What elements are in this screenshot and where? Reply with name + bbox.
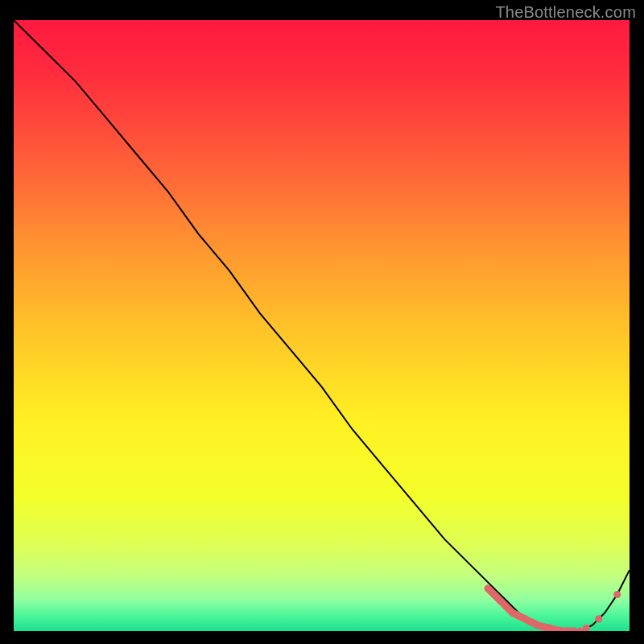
- svg-point-9: [534, 621, 541, 629]
- svg-point-4: [503, 603, 510, 610]
- svg-point-8: [527, 618, 535, 625]
- plot-area: [14, 20, 630, 631]
- chart-lines: [14, 20, 630, 631]
- attribution-label: TheBottleneck.com: [495, 3, 636, 22]
- chart-frame: TheBottleneck.com: [0, 0, 644, 644]
- sweet-spot-markers: [485, 584, 621, 631]
- svg-point-18: [595, 615, 602, 622]
- svg-point-1: [485, 584, 492, 592]
- bottleneck-curve: [14, 20, 630, 631]
- svg-point-17: [583, 625, 590, 631]
- svg-point-16: [576, 628, 584, 632]
- svg-point-3: [497, 597, 504, 605]
- svg-point-7: [521, 615, 528, 622]
- svg-point-2: [490, 591, 497, 598]
- svg-point-19: [613, 591, 621, 598]
- svg-point-10: [539, 623, 547, 630]
